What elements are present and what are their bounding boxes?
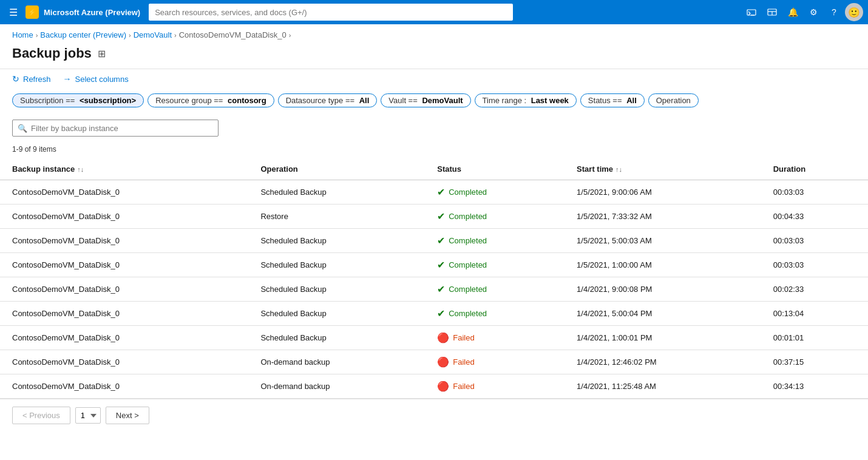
cell-duration: 00:04:33 xyxy=(761,205,868,229)
cell-instance: ContosoDemoVM_DataDisk_0 xyxy=(0,253,248,277)
hamburger-menu[interactable]: ☰ xyxy=(5,4,22,21)
settings-icon[interactable]: ⚙ xyxy=(804,2,823,22)
cell-instance: ContosoDemoVM_DataDisk_0 xyxy=(0,374,248,399)
col-header-instance[interactable]: Backup instance ↑↓ xyxy=(0,158,248,180)
breadcrumb: Home › Backup center (Preview) › DemoVau… xyxy=(0,24,868,43)
status-completed-icon: ✔ xyxy=(437,186,445,198)
cell-duration: 00:02:33 xyxy=(761,277,868,302)
cell-duration: 00:34:13 xyxy=(761,374,868,399)
cloud-shell-icon[interactable] xyxy=(742,2,761,22)
status-text: Completed xyxy=(449,188,487,197)
cell-instance: ContosoDemoVM_DataDisk_0 xyxy=(0,180,248,205)
search-wrap: 🔍 xyxy=(12,120,219,137)
columns-icon: → xyxy=(63,74,72,84)
filter-operation[interactable]: Operation xyxy=(648,93,699,107)
refresh-icon: ↻ xyxy=(12,74,19,84)
col-header-start-time[interactable]: Start time ↑↓ xyxy=(565,158,761,180)
cell-instance: ContosoDemoVM_DataDisk_0 xyxy=(0,302,248,326)
page-title: Backup jobs xyxy=(12,46,92,61)
cell-start-time: 1/4/2021, 11:25:48 AM xyxy=(565,374,761,399)
table-row[interactable]: ContosoDemoVM_DataDisk_0 Scheduled Backu… xyxy=(0,180,868,205)
table-row[interactable]: ContosoDemoVM_DataDisk_0 Scheduled Backu… xyxy=(0,253,868,277)
table-row[interactable]: ContosoDemoVM_DataDisk_0 Scheduled Backu… xyxy=(0,302,868,326)
cell-start-time: 1/5/2021, 7:33:32 AM xyxy=(565,205,761,229)
cell-instance: ContosoDemoVM_DataDisk_0 xyxy=(0,326,248,350)
cell-status: 🔴 Failed xyxy=(425,374,565,399)
breadcrumb-home[interactable]: Home xyxy=(12,30,33,39)
table-header-row: Backup instance ↑↓ Operation Status Star… xyxy=(0,158,868,180)
status-failed-icon: 🔴 xyxy=(437,356,449,368)
search-input[interactable] xyxy=(31,124,213,133)
cell-operation: On-demand backup xyxy=(248,374,425,399)
cell-status: ✔ Completed xyxy=(425,205,565,229)
breadcrumb-sep-4: › xyxy=(289,32,291,39)
status-failed-icon: 🔴 xyxy=(437,332,449,343)
app-name: Microsoft Azure (Preview) xyxy=(44,8,140,17)
breadcrumb-current: ContosoDemoVM_DataDisk_0 xyxy=(179,30,287,39)
cell-operation: On-demand backup xyxy=(248,350,425,374)
status-failed-icon: 🔴 xyxy=(437,381,449,392)
cell-operation: Scheduled Backup xyxy=(248,180,425,205)
filter-resource-group[interactable]: Resource group == contosorg xyxy=(147,93,274,107)
refresh-button[interactable]: ↻ Refresh xyxy=(12,72,51,86)
table-row[interactable]: ContosoDemoVM_DataDisk_0 On-demand backu… xyxy=(0,350,868,374)
filter-rg-value: contosorg xyxy=(228,96,266,105)
cell-operation: Scheduled Backup xyxy=(248,229,425,253)
search-row: 🔍 xyxy=(0,115,868,143)
cell-status: 🔴 Failed xyxy=(425,350,565,374)
cell-status: ✔ Completed xyxy=(425,253,565,277)
page-select[interactable]: 1 xyxy=(75,407,101,424)
azure-badge: ⚡ xyxy=(25,5,39,19)
table-row[interactable]: ContosoDemoVM_DataDisk_0 Scheduled Backu… xyxy=(0,326,868,350)
status-text: Completed xyxy=(449,212,487,221)
status-completed-icon: ✔ xyxy=(437,235,445,246)
cell-operation: Scheduled Backup xyxy=(248,253,425,277)
toolbar: ↻ Refresh → Select columns xyxy=(0,69,868,93)
previous-button[interactable]: < Previous xyxy=(12,407,70,424)
filter-time-range[interactable]: Time range : Last week xyxy=(475,93,577,107)
next-button[interactable]: Next > xyxy=(106,407,149,424)
table-row[interactable]: ContosoDemoVM_DataDisk_0 Scheduled Backu… xyxy=(0,229,868,253)
app-logo: ⚡ Microsoft Azure (Preview) xyxy=(25,5,140,19)
cell-start-time: 1/5/2021, 1:00:00 AM xyxy=(565,253,761,277)
cell-status: 🔴 Failed xyxy=(425,326,565,350)
filter-datasource-type[interactable]: Datasource type == All xyxy=(278,93,378,107)
filter-ds-label: Datasource type == xyxy=(286,96,357,105)
cell-start-time: 1/4/2021, 12:46:02 PM xyxy=(565,350,761,374)
filter-vault[interactable]: Vault == DemoVault xyxy=(381,93,470,107)
breadcrumb-backup-center[interactable]: Backup center (Preview) xyxy=(40,30,126,39)
cell-operation: Scheduled Backup xyxy=(248,302,425,326)
filters-row: Subscription == <subscription> Resource … xyxy=(0,93,868,115)
filter-vault-value: DemoVault xyxy=(422,96,463,105)
filter-status[interactable]: Status == All xyxy=(580,93,645,107)
page-pin-icon[interactable]: ⊞ xyxy=(98,48,106,59)
filter-ds-value: All xyxy=(359,96,370,105)
directory-icon[interactable] xyxy=(762,2,782,22)
breadcrumb-sep-1: › xyxy=(36,32,38,39)
status-text: Failed xyxy=(453,333,474,342)
filter-subscription[interactable]: Subscription == <subscription> xyxy=(12,93,144,107)
cell-instance: ContosoDemoVM_DataDisk_0 xyxy=(0,229,248,253)
notifications-icon[interactable]: 🔔 xyxy=(783,2,802,22)
global-search[interactable] xyxy=(149,4,513,21)
select-columns-button[interactable]: → Select columns xyxy=(63,72,129,86)
filter-operation-label: Operation xyxy=(656,96,691,105)
help-icon[interactable]: ? xyxy=(824,2,844,22)
status-completed-icon: ✔ xyxy=(437,211,445,222)
pagination-row: < Previous 1 Next > xyxy=(0,399,868,431)
table-row[interactable]: ContosoDemoVM_DataDisk_0 On-demand backu… xyxy=(0,374,868,399)
breadcrumb-demovault[interactable]: DemoVault xyxy=(134,30,172,39)
topbar: ☰ ⚡ Microsoft Azure (Preview) 🔔 ⚙ ? 🙂 xyxy=(0,0,868,24)
user-avatar[interactable]: 🙂 xyxy=(845,3,863,21)
filter-status-value: All xyxy=(626,96,637,105)
cell-duration: 00:13:04 xyxy=(761,302,868,326)
table-row[interactable]: ContosoDemoVM_DataDisk_0 Scheduled Backu… xyxy=(0,277,868,302)
cell-start-time: 1/4/2021, 5:00:04 PM xyxy=(565,302,761,326)
topbar-icons: 🔔 ⚙ ? 🙂 xyxy=(742,2,863,22)
status-completed-icon: ✔ xyxy=(437,283,445,295)
status-text: Failed xyxy=(453,382,474,391)
cell-instance: ContosoDemoVM_DataDisk_0 xyxy=(0,277,248,302)
table-row[interactable]: ContosoDemoVM_DataDisk_0 Restore ✔ Compl… xyxy=(0,205,868,229)
cell-start-time: 1/4/2021, 9:00:08 PM xyxy=(565,277,761,302)
filter-rg-label: Resource group == xyxy=(155,96,225,105)
